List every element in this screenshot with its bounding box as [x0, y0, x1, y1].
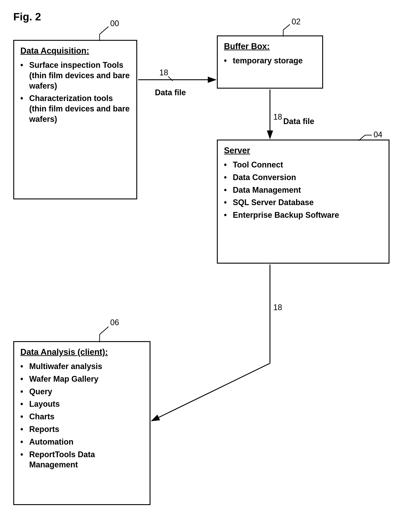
server-item-5: Enterprise Backup Software [224, 210, 382, 221]
analysis-item-6: Reports [20, 424, 143, 435]
acquisition-list: Surface inspection Tools (thin film devi… [20, 60, 130, 124]
server-item-3: Data Management [224, 185, 382, 195]
buffer-box: Buffer Box: temporary storage [217, 35, 323, 89]
analysis-item-3: Query [20, 386, 143, 397]
figure-label: Fig. 2 [13, 11, 41, 23]
analysis-box: Data Analysis (client): Multiwafer analy… [13, 341, 151, 505]
svg-line-5 [283, 24, 290, 30]
analysis-item-8: ReportTools Data Management [20, 449, 143, 470]
server-item-2: Data Conversion [224, 172, 382, 183]
analysis-item-1: Multiwafer analysis [20, 361, 143, 372]
svg-text:02: 02 [292, 17, 301, 26]
svg-text:06: 06 [110, 318, 119, 327]
analysis-title: Data Analysis (client): [20, 347, 143, 357]
server-title: Server [224, 146, 382, 155]
server-item-1: Tool Connect [224, 160, 382, 170]
svg-text:00: 00 [110, 19, 119, 28]
svg-line-2 [100, 27, 108, 34]
buffer-item-1: temporary storage [224, 56, 316, 66]
acquisition-title: Data Acquisition: [20, 46, 130, 56]
analysis-list: Multiwafer analysis Wafer Map Gallery Qu… [20, 361, 143, 470]
acquisition-item-2: Characterization tools (thin film device… [20, 93, 130, 124]
analysis-item-2: Wafer Map Gallery [20, 374, 143, 384]
analysis-item-7: Automation [20, 437, 143, 447]
acquisition-box: Data Acquisition: Surface inspection Too… [13, 40, 137, 199]
svg-text:18: 18 [273, 303, 282, 312]
server-list: Tool Connect Data Conversion Data Manage… [224, 160, 382, 221]
svg-line-11 [100, 327, 108, 335]
svg-line-21 [151, 363, 270, 421]
buffer-title: Buffer Box: [224, 42, 316, 51]
svg-text:Data file: Data file [283, 117, 314, 126]
svg-text:Data file: Data file [155, 88, 186, 97]
svg-line-15 [168, 76, 173, 81]
acquisition-item-1: Surface inspection Tools (thin film devi… [20, 60, 130, 91]
svg-text:18: 18 [273, 112, 282, 121]
page-container: Fig. 2 Data Acquisition: Surface inspect… [0, 0, 420, 523]
svg-text:18: 18 [159, 68, 168, 77]
buffer-list: temporary storage [224, 56, 316, 66]
analysis-item-4: Layouts [20, 399, 143, 409]
server-box: Server Tool Connect Data Conversion Data… [217, 139, 389, 264]
server-item-4: SQL Server Database [224, 197, 382, 208]
analysis-item-5: Charts [20, 412, 143, 422]
svg-text:04: 04 [373, 130, 382, 139]
